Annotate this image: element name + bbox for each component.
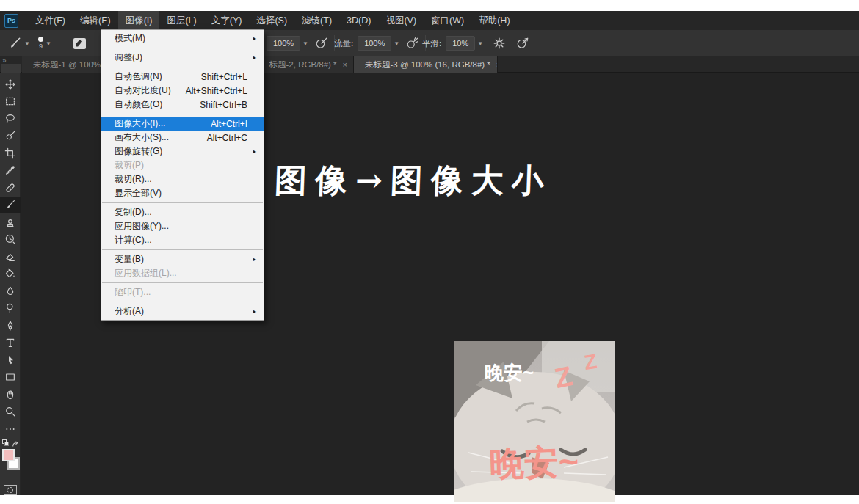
cat-top-text: 晚安~ [485,362,534,384]
tool-rectangular-marquee[interactable] [0,93,21,111]
smoothing-value[interactable]: 10% [446,36,475,51]
tool-preset-picker[interactable]: ▼ [7,30,32,56]
tool-history-brush[interactable] [0,231,21,249]
clone-stamp-icon [4,216,16,228]
submenu-arrow-icon: ► [252,148,257,155]
menu-help[interactable]: 帮助(H) [471,11,517,30]
tab-label: 未标题-1 @ 100% [33,59,101,70]
lasso-icon [4,113,16,125]
marquee-icon [4,95,16,107]
tab-untitled-3[interactable]: 未标题-3 @ 100% (16, RGB/8#) * × [354,56,498,73]
tool-move[interactable] [0,76,21,93]
tool-spot-healing-brush[interactable] [0,179,21,197]
menu-item-auto-color[interactable]: 自动颜色(O)Shift+Ctrl+B [101,98,264,112]
menu-filter[interactable]: 滤镜(T) [294,11,339,30]
tools-panel [0,73,21,495]
menu-separator [102,67,263,67]
tool-quick-selection[interactable] [0,128,21,145]
tool-eraser[interactable] [0,248,21,266]
quick-selection-icon [4,130,16,142]
menu-item-trim[interactable]: 裁切(R)... [101,172,264,186]
menu-item-apply-image[interactable]: 应用图像(Y)... [101,219,264,233]
chevron-down-icon: ▼ [24,40,30,47]
quick-mask-icon [7,487,13,493]
cat-image: 晚安~ Z Z 晚安~ [454,341,615,502]
menu-layer[interactable]: 图层(L) [159,11,203,30]
menu-item-reveal-all[interactable]: 显示全部(V) [101,186,264,200]
brush-size-picker[interactable]: 9 ▼ [38,30,54,56]
menu-item-variables[interactable]: 变量(B)► [101,252,264,266]
tool-pen[interactable] [0,317,21,335]
brush-dot-icon [38,37,43,42]
gear-icon[interactable] [493,37,506,50]
toggle-brush-panel-button[interactable] [73,30,86,56]
foreground-color-swatch[interactable] [2,449,15,461]
tool-type[interactable] [0,335,21,352]
menu-separator [102,48,263,48]
tool-blur[interactable] [0,282,21,300]
default-colors-icon[interactable] [2,439,10,447]
submenu-arrow-icon: ► [252,256,257,263]
menu-window[interactable]: 窗口(W) [424,11,471,30]
shortcut-label: Alt+Ctrl+I [211,119,247,129]
tool-crop[interactable] [0,145,21,162]
flow-value[interactable]: 100% [358,36,391,51]
menu-item-adjustments[interactable]: 调整(J)► [101,51,264,65]
close-icon[interactable]: × [343,60,347,69]
tool-rectangle-shape[interactable] [0,369,21,387]
menu-item-calculations[interactable]: 计算(C)... [101,233,264,247]
photoshop-logo-icon: Ps [4,14,18,28]
image-menu-dropdown: 模式(M)► 调整(J)► 自动色调(N)Shift+Ctrl+L 自动对比度(… [101,29,264,321]
dodge-icon [4,302,16,314]
menu-item-mode[interactable]: 模式(M)► [101,32,264,45]
menu-item-image-rotation[interactable]: 图像旋转(G)► [101,145,264,158]
opacity-control[interactable]: 100% ▼ [267,30,341,56]
close-icon[interactable]: × [496,60,498,69]
menu-select[interactable]: 选择(S) [249,11,294,30]
menu-edit[interactable]: 编辑(E) [73,11,118,30]
opacity-value[interactable]: 100% [267,36,300,51]
menu-item-canvas-size[interactable]: 画布大小(S)...Alt+Ctrl+C [101,131,264,145]
menu-item-duplicate[interactable]: 复制(D)... [101,205,264,219]
menu-item-auto-contrast[interactable]: 自动对比度(U)Alt+Shift+Ctrl+L [101,84,264,98]
menu-item-image-size[interactable]: 图像大小(I)...Alt+Ctrl+I [101,117,264,131]
menu-image[interactable]: 图像(I) [118,11,160,30]
smoothing-label: 平滑: [422,38,441,49]
tool-clone-stamp[interactable] [0,213,21,231]
shortcut-label: Alt+Shift+Ctrl+L [186,86,247,96]
quick-mask-button[interactable] [4,485,17,495]
blur-drop-icon [4,285,16,297]
type-icon [4,337,16,348]
airbrush-icon[interactable] [406,37,419,50]
menu-type[interactable]: 文字(Y) [204,11,250,30]
menu-separator [102,202,263,203]
submenu-arrow-icon: ► [252,54,257,61]
size-pressure-icon[interactable] [516,37,529,50]
tool-hand[interactable] [0,386,21,403]
menu-3d[interactable]: 3D(D) [339,11,378,30]
tool-lasso[interactable] [0,110,21,128]
tool-path-selection[interactable] [0,351,21,369]
toolbar-header [1,64,21,73]
rectangle-icon [4,371,16,383]
color-controls [0,439,21,480]
edit-toolbar-button[interactable] [0,420,21,438]
tool-zoom[interactable] [0,403,21,421]
smoothing-control[interactable]: 平滑: 10% ▼ [422,30,529,56]
menu-view[interactable]: 视图(V) [378,11,424,30]
opacity-pressure-icon[interactable] [315,37,328,50]
tool-dodge[interactable] [0,300,21,318]
tool-eyedropper[interactable] [0,162,21,180]
menu-separator [102,114,263,114]
brush-size-value: 9 [39,43,43,50]
menu-separator [102,249,263,250]
shortcut-label: Shift+Ctrl+B [200,100,247,110]
tool-brush[interactable] [0,197,21,214]
chevron-down-icon: ▼ [477,40,483,47]
menu-item-auto-tone[interactable]: 自动色调(N)Shift+Ctrl+L [101,70,264,84]
tool-paint-bucket[interactable] [0,266,21,283]
menu-file[interactable]: 文件(F) [28,11,73,30]
chevron-down-icon: ▼ [394,40,399,47]
menu-item-analysis[interactable]: 分析(A)► [101,304,264,318]
flow-control[interactable]: 流量: 100% ▼ [334,30,432,56]
